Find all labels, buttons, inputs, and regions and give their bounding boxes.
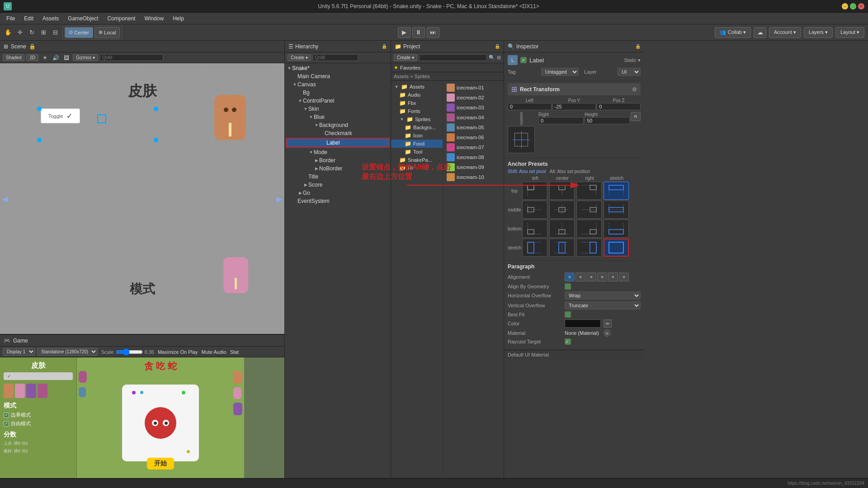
- hierarchy-search-input[interactable]: [313, 54, 358, 61]
- start-button[interactable]: 开始: [147, 458, 174, 469]
- tree-item-go[interactable]: ▶ Go: [285, 189, 391, 197]
- tree-item-border[interactable]: ▶ Border: [285, 156, 391, 164]
- sprite-item-02[interactable]: icecream-02: [445, 93, 502, 103]
- project-lock-icon[interactable]: 🔒: [495, 44, 500, 49]
- shaded-button[interactable]: Shaded: [3, 54, 24, 61]
- maximize-btn[interactable]: □: [850, 3, 856, 9]
- best-fit-checkbox[interactable]: [565, 311, 571, 318]
- sprite-item-06[interactable]: icecream-06: [445, 132, 502, 142]
- maximize-label[interactable]: Maximize On Play: [158, 349, 198, 355]
- tag-select[interactable]: Untagged: [541, 68, 579, 76]
- pos-z-input[interactable]: [597, 103, 641, 110]
- sprite-item-03[interactable]: icecream-03: [445, 103, 502, 113]
- folder-icon[interactable]: 📁 Icon: [391, 131, 443, 140]
- menu-gameobject[interactable]: GameObject: [63, 14, 103, 23]
- layers-button[interactable]: Layers ▾: [804, 27, 833, 38]
- tree-item-score[interactable]: ▶ Score: [285, 181, 391, 189]
- search-icon[interactable]: 🔍: [489, 55, 495, 61]
- preset-str-stretch[interactable]: [604, 239, 629, 257]
- grid-view-icon[interactable]: ⊞: [497, 55, 501, 61]
- 2d-button[interactable]: 2D: [26, 54, 38, 61]
- tree-item-mode[interactable]: ▼ Mode: [285, 148, 391, 156]
- collab-button[interactable]: 👥 Collab ▾: [715, 27, 751, 38]
- preset-bot-right[interactable]: [576, 220, 602, 238]
- preset-top-stretch[interactable]: [604, 182, 629, 200]
- sprite-item-01[interactable]: icecream-01: [445, 83, 502, 93]
- layout-button[interactable]: Layout ▾: [835, 27, 864, 38]
- scene-tab[interactable]: Scene: [11, 43, 26, 50]
- scene-lock-icon[interactable]: 🔒: [29, 43, 36, 50]
- folder-sprites[interactable]: ▼ 📁 Sprites: [391, 115, 443, 123]
- hierarchy-create-btn[interactable]: Create ▾: [288, 54, 311, 61]
- color-edit-btn[interactable]: ✏: [604, 319, 612, 328]
- gizmos-button[interactable]: Gizmos ▾: [73, 54, 98, 61]
- preset-str-left[interactable]: [522, 239, 547, 257]
- tree-item-title[interactable]: Title: [285, 173, 391, 181]
- scene-search-input[interactable]: [100, 54, 163, 61]
- rect-tool[interactable]: ⊟: [51, 28, 60, 37]
- rotate-tool[interactable]: ↻: [27, 28, 36, 37]
- resolution-select[interactable]: Standalone (1280x720): [37, 348, 98, 356]
- component-checkbox[interactable]: ✓: [520, 57, 527, 63]
- project-tab-label[interactable]: Project: [403, 43, 420, 50]
- stats-label[interactable]: Stat: [230, 349, 239, 355]
- folder-background[interactable]: 📁 Backgro...: [391, 123, 443, 131]
- tree-item-main-camera[interactable]: Main Camera: [285, 72, 391, 80]
- folder-fonts[interactable]: 📁 Fonts: [391, 107, 443, 115]
- menu-component[interactable]: Component: [103, 14, 140, 23]
- preset-str-center[interactable]: [549, 239, 575, 257]
- sprite-item-10[interactable]: icecream-10: [445, 172, 502, 182]
- pos-y-input[interactable]: [552, 103, 596, 110]
- preset-mid-stretch[interactable]: [604, 201, 629, 219]
- preset-bot-left[interactable]: [522, 220, 547, 238]
- tree-item-noborder[interactable]: ▶ NoBorder: [285, 164, 391, 173]
- display-select[interactable]: Display 1: [3, 348, 35, 356]
- align-center[interactable]: ≡: [576, 272, 585, 282]
- folder-fbx[interactable]: 📁 Fbx: [391, 99, 443, 107]
- scale-slider[interactable]: [116, 348, 143, 356]
- account-button[interactable]: Account ▾: [769, 27, 801, 38]
- menu-edit[interactable]: Edit: [19, 14, 38, 23]
- sprite-item-09[interactable]: icecream-09: [445, 162, 502, 172]
- vert-overflow-select[interactable]: Truncate Overflow: [565, 301, 641, 310]
- tree-item-snake[interactable]: ▼ Snake*: [285, 64, 391, 72]
- align-justify-right[interactable]: ≡: [619, 272, 629, 282]
- hierarchy-tab-label[interactable]: Hierarchy: [295, 43, 318, 50]
- center-button[interactable]: ⊙ Center: [65, 27, 93, 38]
- local-button[interactable]: ⊛ Local: [94, 27, 120, 38]
- preset-mid-left[interactable]: [522, 201, 547, 219]
- minimize-btn[interactable]: ─: [842, 3, 848, 9]
- folder-tool[interactable]: 📁 Tool: [391, 148, 443, 156]
- favorites-label[interactable]: Favorites: [400, 65, 420, 70]
- static-label[interactable]: Static ▾: [624, 57, 641, 63]
- preset-top-center[interactable]: [549, 182, 575, 200]
- hand-tool[interactable]: ✋: [4, 28, 13, 37]
- align-left[interactable]: ≡: [565, 272, 575, 282]
- step-button[interactable]: ⏭: [427, 27, 439, 38]
- mute-label[interactable]: Mute Audio: [202, 349, 226, 355]
- horiz-overflow-select[interactable]: Wrap Overflow: [565, 291, 641, 300]
- inspector-tab-label[interactable]: Inspector: [516, 43, 538, 50]
- tree-item-skin[interactable]: ▼ Skin: [285, 105, 391, 113]
- folder-food[interactable]: 📁 Food: [391, 140, 443, 148]
- r-button[interactable]: R: [631, 112, 641, 121]
- material-select-btn[interactable]: ◎: [604, 329, 611, 337]
- game-tab[interactable]: Game: [13, 338, 28, 344]
- right-input[interactable]: [538, 117, 584, 124]
- align-right[interactable]: ≡: [586, 272, 596, 282]
- cloud-button[interactable]: ☁: [754, 27, 766, 38]
- tree-item-checkmark[interactable]: Checkmark: [285, 129, 391, 137]
- folder-audio[interactable]: 📁 Audio: [391, 91, 443, 99]
- preset-bot-stretch[interactable]: [604, 220, 629, 238]
- align-by-geom-checkbox[interactable]: [565, 283, 571, 290]
- color-swatch[interactable]: [565, 319, 601, 328]
- preset-mid-center[interactable]: [549, 201, 575, 219]
- inspector-lock-icon[interactable]: 🔒: [635, 44, 641, 49]
- sprite-item-07[interactable]: icecream-07: [445, 142, 502, 152]
- tree-item-blue[interactable]: ▼ Blue: [285, 113, 391, 121]
- menu-help[interactable]: Help: [168, 14, 189, 23]
- window-controls[interactable]: ─ □ ✕: [842, 3, 864, 9]
- sound-icon[interactable]: 🔊: [51, 53, 60, 62]
- sprite-item-04[interactable]: icecream-04: [445, 113, 502, 122]
- pos-left-input[interactable]: [508, 103, 552, 110]
